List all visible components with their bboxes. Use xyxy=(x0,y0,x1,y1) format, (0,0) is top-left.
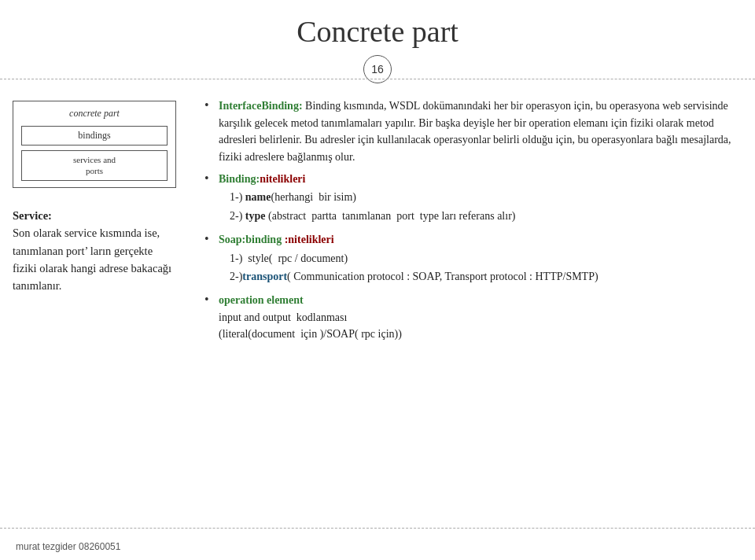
bullet-dot-1: • xyxy=(204,99,215,112)
main-content: concrete part bindings services andports… xyxy=(0,87,755,529)
footer-text: murat tezgider 08260051 xyxy=(16,541,120,552)
bottom-divider xyxy=(0,528,755,529)
binding-sub-list: 1-) name(herhangi bir isim) 2-) type (ab… xyxy=(230,189,736,224)
top-divider xyxy=(0,79,755,79)
binding-item-1: 1-) name(herhangi bir isim) xyxy=(230,189,736,206)
soap-binding-nitelikleri: :nitelikleri xyxy=(282,234,334,245)
bullet-dot-2: • xyxy=(204,172,215,185)
page-title: Concrete part xyxy=(0,0,755,49)
right-panel: • InterfaceBinding: Binding kısmında, WS… xyxy=(189,87,755,529)
soap-item-1-text: 1-) style( rpc / document) xyxy=(230,250,348,267)
left-text: Service: Son olarak service kısmında ise… xyxy=(13,207,176,295)
diagram-box: concrete part bindings services andports xyxy=(13,101,176,188)
binding-item-2: 2-) type (abstract partta tanımlanan por… xyxy=(230,208,736,225)
bullet-dot-3: • xyxy=(204,233,215,245)
operation-element-label: operation element xyxy=(219,294,304,306)
diagram-services-ports: services andports xyxy=(21,150,168,181)
soap-binding-sub-list: 1-) style( rpc / document) 2-)transport(… xyxy=(230,250,736,286)
bullet-content-3: Soap:binding :nitelikleri 1-) style( rpc… xyxy=(219,231,736,287)
binding-item-2-text: 2-) type (abstract partta tanımlanan por… xyxy=(230,208,515,225)
bullet-item-3: • Soap:binding :nitelikleri 1-) style( r… xyxy=(204,231,736,287)
binding-label: Binding: xyxy=(219,173,260,185)
binding-nitelikleri: nitelikleri xyxy=(260,173,305,185)
diagram-title: concrete part xyxy=(21,108,168,120)
service-body: Son olarak service kısmında ise, tanımla… xyxy=(13,227,171,292)
soap-item-2-text: 2-)transport( Communication protocol : S… xyxy=(230,268,598,286)
footer: murat tezgider 08260051 xyxy=(16,541,120,552)
bullet-content-1: InterfaceBinding: Binding kısmında, WSDL… xyxy=(219,98,736,166)
bullet-item-2: • Binding:nitelikleri 1-) name(herhangi … xyxy=(204,171,736,227)
soap-binding-label: Soap:binding xyxy=(219,234,282,245)
operation-element-text: input and output kodlanması(literal(docu… xyxy=(219,311,402,341)
bullet-item-1: • InterfaceBinding: Binding kısmında, WS… xyxy=(204,98,736,166)
interface-binding-label: InterfaceBinding: xyxy=(219,100,303,112)
binding-item-1-text: 1-) name(herhangi bir isim) xyxy=(230,189,356,206)
bullet-content-4: operation element input and output kodla… xyxy=(219,292,736,343)
diagram-bindings: bindings xyxy=(21,126,168,146)
bullet-content-2: Binding:nitelikleri 1-) name(herhangi bi… xyxy=(219,171,736,227)
soap-item-2: 2-)transport( Communication protocol : S… xyxy=(230,268,736,286)
bullet-item-4: • operation element input and output kod… xyxy=(204,292,736,343)
service-label: Service: xyxy=(13,209,52,222)
bullet-dot-4: • xyxy=(204,293,215,306)
soap-item-1: 1-) style( rpc / document) xyxy=(230,250,736,267)
left-panel: concrete part bindings services andports… xyxy=(0,87,189,529)
